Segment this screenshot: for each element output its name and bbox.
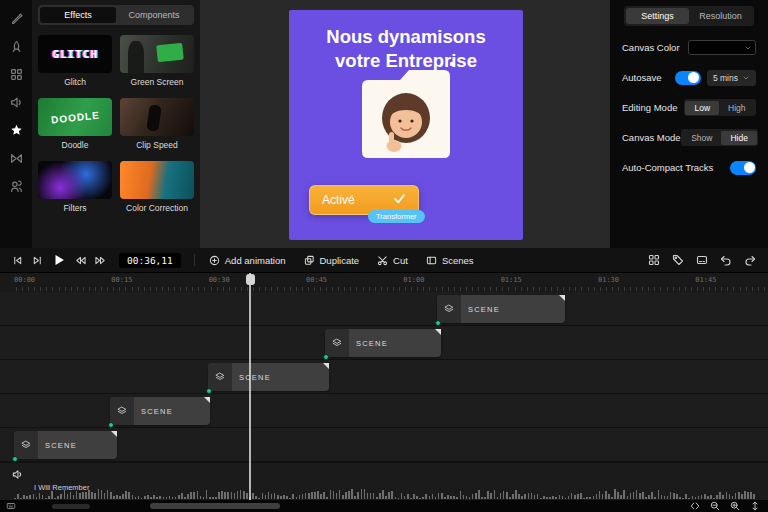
grid-view-icon[interactable] <box>648 254 660 266</box>
add-animation-button[interactable]: Add animation <box>209 255 286 266</box>
playhead-handle[interactable] <box>246 274 255 285</box>
waveform-bar <box>354 496 356 499</box>
effect-filters[interactable]: Filters <box>38 161 112 213</box>
canvas-color-swatch[interactable] <box>688 40 756 55</box>
captions-icon[interactable] <box>696 254 708 266</box>
time-ruler[interactable]: 00:0000:1500:3000:4501:0001:1501:3001:45 <box>0 273 768 292</box>
effect-clip-speed[interactable]: Clip Speed <box>120 98 194 150</box>
clip-fold-corner <box>435 329 441 335</box>
effect-green-screen[interactable]: Green Screen <box>120 35 194 87</box>
scene-clip[interactable]: SCENE <box>110 397 210 425</box>
rail-effects-star-icon[interactable] <box>6 121 26 139</box>
audio-track[interactable]: I Will Remember <box>0 462 768 500</box>
waveform-bar <box>503 491 505 499</box>
waveform-bar <box>453 496 455 499</box>
keyframe-dot[interactable] <box>323 354 329 360</box>
waveform-bar <box>314 492 316 499</box>
zoom-slider[interactable] <box>52 504 90 509</box>
timeline-scrollbar[interactable] <box>150 503 280 509</box>
editing-mode-low[interactable]: Low <box>685 101 719 115</box>
scene-clip[interactable]: SCENE <box>325 329 441 357</box>
auto-compact-row: Auto-Compact Tracks <box>622 159 756 176</box>
waveform-bar <box>286 496 288 499</box>
folder-character-art <box>346 56 466 172</box>
auto-compact-toggle[interactable] <box>730 161 756 175</box>
effect-glitch[interactable]: GLITCHGlitch <box>38 35 112 87</box>
canvas-mode-segmented: ShowHide <box>681 129 759 146</box>
waveform-bar <box>435 497 437 499</box>
waveform-bar <box>710 495 712 499</box>
keyframe-dot[interactable] <box>206 388 212 394</box>
scene-clip[interactable]: SCENE <box>14 431 117 459</box>
skip-back-icon[interactable] <box>12 255 23 266</box>
waveform-bar <box>639 493 641 499</box>
waveform-bar <box>277 495 279 499</box>
skip-forward-icon[interactable] <box>32 255 43 266</box>
cut-button[interactable]: Cut <box>377 255 408 266</box>
waveform-bar <box>181 493 183 499</box>
clip-label: SCENE <box>45 441 77 450</box>
keyframe-dot[interactable] <box>108 422 114 428</box>
waveform-bar <box>82 492 84 499</box>
effect-thumbnail <box>120 161 194 199</box>
waveform-bar <box>296 497 298 499</box>
scenes-button[interactable]: Scenes <box>426 255 474 266</box>
preview-canvas[interactable]: Nous dynamisons votre Entreprise <box>289 10 523 240</box>
tab-effects[interactable]: Effects <box>40 7 116 23</box>
waveform-bar <box>67 494 69 499</box>
effect-thumbnail: DOODLE <box>38 98 112 136</box>
redo-icon[interactable] <box>744 254 756 266</box>
waveform-bar <box>252 493 254 500</box>
rail-elements-icon[interactable] <box>6 65 26 83</box>
autosave-interval-dropdown[interactable]: 5 mins <box>707 70 756 86</box>
scene-clip[interactable]: SCENE <box>437 295 565 323</box>
rewind-icon[interactable] <box>75 255 86 266</box>
rail-rocket-icon[interactable] <box>6 37 26 55</box>
marker-icon[interactable] <box>672 254 684 266</box>
waveform-bar <box>444 497 446 499</box>
effect-doodle[interactable]: DOODLEDoodle <box>38 98 112 150</box>
keyframe-dot[interactable] <box>435 320 441 326</box>
canvas-mode-show[interactable]: Show <box>682 131 721 145</box>
timeline[interactable]: 00:0000:1500:3000:4501:0001:1501:3001:45… <box>0 273 768 500</box>
waveform-bar <box>45 498 47 500</box>
effect-color-correction[interactable]: Color Correction <box>120 161 194 213</box>
tab-components[interactable]: Components <box>116 7 192 23</box>
duplicate-button[interactable]: Duplicate <box>304 255 360 266</box>
editing-mode-row: Editing Mode LowHigh <box>622 99 756 116</box>
timeline-track[interactable] <box>0 292 768 326</box>
waveform-bar <box>203 497 205 499</box>
rail-brush-icon[interactable] <box>6 9 26 27</box>
waveform-bar <box>26 496 28 499</box>
fast-forward-icon[interactable] <box>95 255 106 266</box>
transformer-badge[interactable]: Transformer <box>368 210 425 223</box>
waveform-bar <box>682 498 684 500</box>
rail-characters-icon[interactable] <box>6 177 26 195</box>
waveform-bar <box>345 492 347 499</box>
waveform-bar <box>271 494 273 499</box>
ruler-label: 00:15 <box>111 276 132 284</box>
shortcut-icon[interactable] <box>6 501 16 511</box>
scene-clip[interactable]: SCENE <box>208 363 329 391</box>
waveform-bar <box>602 494 604 499</box>
waveform-bar <box>633 492 635 499</box>
waveform-bar <box>413 494 415 499</box>
waveform-bar <box>518 494 520 499</box>
zoom-in-icon[interactable] <box>730 501 740 511</box>
canvas-mode-hide[interactable]: Hide <box>721 131 756 145</box>
fit-icon[interactable] <box>690 501 700 511</box>
editing-mode-high[interactable]: High <box>719 101 754 115</box>
zoom-out-icon[interactable] <box>710 501 720 511</box>
track-height-icon[interactable] <box>750 501 760 511</box>
waveform-bar <box>620 495 622 499</box>
tab-resolution[interactable]: Resolution <box>689 8 752 24</box>
undo-icon[interactable] <box>720 254 732 266</box>
timeline-track[interactable] <box>0 360 768 394</box>
play-icon[interactable] <box>52 253 66 267</box>
tab-settings[interactable]: Settings <box>626 8 689 24</box>
autosave-toggle[interactable] <box>675 71 701 85</box>
rail-transitions-icon[interactable] <box>6 149 26 167</box>
waveform-bar <box>305 493 307 499</box>
rail-audio-icon[interactable] <box>6 93 26 111</box>
waveform-bar <box>101 490 103 499</box>
